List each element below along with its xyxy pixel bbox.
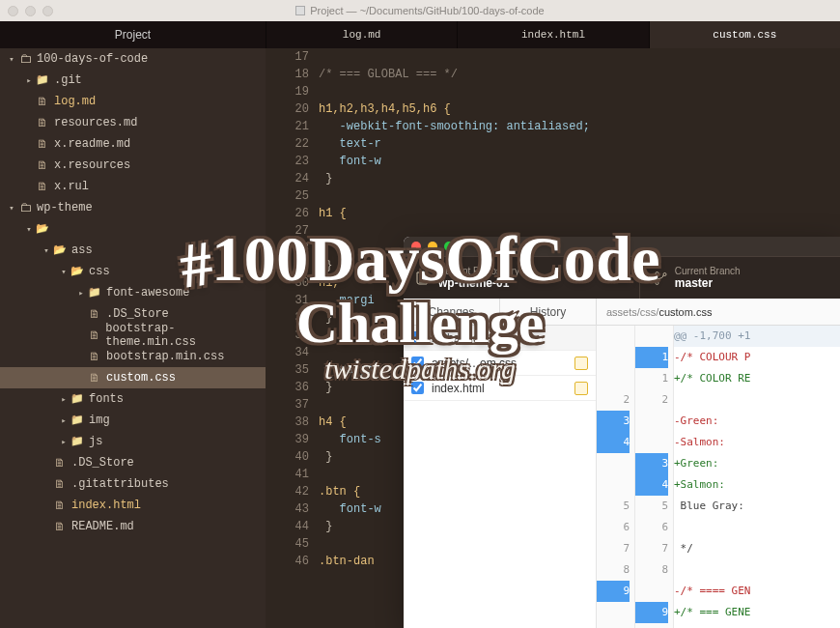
tab-index-html[interactable]: index.html — [457, 21, 648, 48]
file-icon — [87, 350, 102, 364]
file-checkbox[interactable] — [411, 357, 424, 369]
select-all-checkbox[interactable] — [411, 331, 424, 344]
line-gutter: 1718192021222324252627282930313233343536… — [266, 48, 319, 628]
diff-file-path: assets/css/custom.css — [597, 299, 840, 325]
file-icon — [35, 116, 50, 130]
file-icon — [35, 137, 50, 152]
project-root[interactable]: ▾100-days-of-code — [0, 48, 266, 70]
file-icon — [52, 520, 68, 534]
window-title: Project — ~/Documents/GitHub/100-days-of… — [310, 5, 544, 16]
repo-selector[interactable]: Current Repository wp-theme-01 ▼ — [404, 257, 640, 299]
repo-label: Current Repository — [438, 266, 519, 276]
branch-selector[interactable]: Current Branch master — [640, 257, 840, 299]
branch-label: Current Branch — [675, 266, 741, 276]
git-panel[interactable]: Current Repository wp-theme-01 ▼ Current… — [404, 237, 840, 628]
git-header: Current Repository wp-theme-01 ▼ Current… — [404, 256, 840, 299]
close-window-icon[interactable] — [8, 6, 18, 16]
file-checkbox[interactable] — [411, 382, 424, 394]
modified-badge-icon — [574, 382, 588, 395]
repo-value: wp-theme-01 — [438, 276, 509, 290]
traffic-lights — [8, 6, 53, 16]
zoom-icon[interactable] — [444, 242, 454, 251]
tab-bar: log.mdindex.htmlcustom.css — [266, 21, 840, 48]
folder-icon — [70, 265, 85, 278]
file--DS_Store[interactable]: .DS_Store — [0, 452, 266, 473]
repo-icon — [415, 271, 431, 286]
changed-file[interactable]: assets/…om.css — [404, 351, 596, 376]
folder--git[interactable]: ▸.git — [0, 70, 266, 91]
file-bootstrap-theme-min-css[interactable]: bootstrap-theme.min.css — [0, 325, 266, 346]
sidebar-header: Project — [0, 21, 266, 48]
minimize-icon[interactable] — [428, 242, 437, 251]
repo-icon — [17, 201, 33, 215]
branch-icon — [652, 271, 667, 286]
file-icon — [52, 477, 68, 492]
diff-gutter-old: 234567891011121314 — [597, 326, 635, 628]
tab-log-md[interactable]: log.md — [266, 21, 457, 48]
folder-font-awesome[interactable]: ▸font-awesome — [0, 282, 266, 303]
repo-icon — [17, 52, 33, 67]
branch-value: master — [675, 276, 713, 290]
git-subbar: ChangesHistory assets/css/custom.css — [404, 299, 840, 326]
folder-img[interactable]: ▸img — [0, 410, 266, 431]
chevron-down-icon: ▼ — [619, 273, 628, 283]
folder-icon — [70, 435, 85, 448]
file-x-rul[interactable]: x.rul — [0, 176, 266, 197]
file-x-resources[interactable]: x.resources — [0, 155, 266, 176]
document-icon — [295, 6, 305, 15]
folder-icon — [70, 392, 85, 406]
folder-icon — [87, 286, 102, 300]
file--gitattributes[interactable]: .gitattributes — [0, 473, 266, 495]
folder-icon — [35, 73, 50, 87]
subtab-changes[interactable]: Changes — [404, 299, 500, 325]
diff-gutter-new: 11234567891011 — [635, 326, 674, 628]
file-icon — [52, 456, 68, 471]
diff-view[interactable]: 234567891011121314 11234567891011 @@ -1,… — [597, 326, 840, 628]
zoom-window-icon[interactable] — [42, 6, 53, 16]
changes-list[interactable]: 2 changed files assets/…om.css index.htm… — [404, 326, 597, 628]
file-icon — [87, 328, 102, 343]
close-icon[interactable] — [411, 242, 421, 251]
file-icon — [35, 158, 50, 173]
file-icon — [87, 371, 102, 385]
tab-custom-css[interactable]: custom.css — [649, 21, 840, 48]
changed-file[interactable]: index.html — [404, 376, 596, 401]
git-titlebar — [404, 237, 840, 256]
window-titlebar: Project — ~/Documents/GitHub/100-days-of… — [0, 0, 840, 21]
file-icon — [35, 95, 50, 109]
subtab-history[interactable]: History — [500, 299, 597, 325]
folder-js[interactable]: ▸js — [0, 431, 266, 452]
file-icon — [87, 307, 102, 322]
file-README-md[interactable]: README.md — [0, 516, 266, 537]
project-root[interactable]: ▾wp-theme — [0, 197, 266, 218]
file-tree[interactable]: ▾100-days-of-code▸.gitlog.mdresources.md… — [0, 48, 266, 628]
file-icon — [52, 499, 68, 513]
diff-body: @@ -1,700 +1-/* COLOUR P+/* COLOR RE-Gre… — [674, 326, 840, 628]
folder-ass[interactable]: ▾ass — [0, 240, 266, 261]
file-icon — [35, 180, 50, 194]
file-bootstrap-min-css[interactable]: bootstrap.min.css — [0, 346, 266, 367]
changes-header: 2 changed files — [404, 326, 596, 351]
folder-fonts[interactable]: ▸fonts — [0, 388, 266, 410]
minimize-window-icon[interactable] — [25, 6, 36, 16]
file-resources-md[interactable]: resources.md — [0, 112, 266, 133]
modified-badge-icon — [574, 357, 588, 370]
folder-icon — [70, 414, 85, 427]
folder-icon — [52, 243, 68, 257]
project-header: Project log.mdindex.htmlcustom.css — [0, 21, 840, 48]
file-custom-css[interactable]: custom.css — [0, 367, 266, 388]
file-x-readme-md[interactable]: x.readme.md — [0, 133, 266, 155]
folder-icon — [35, 222, 50, 236]
file-index-html[interactable]: index.html — [0, 495, 266, 516]
folder-unnamed[interactable]: ▾ — [0, 218, 266, 240]
file-log-md[interactable]: log.md — [0, 91, 266, 112]
folder-css[interactable]: ▾css — [0, 261, 266, 282]
